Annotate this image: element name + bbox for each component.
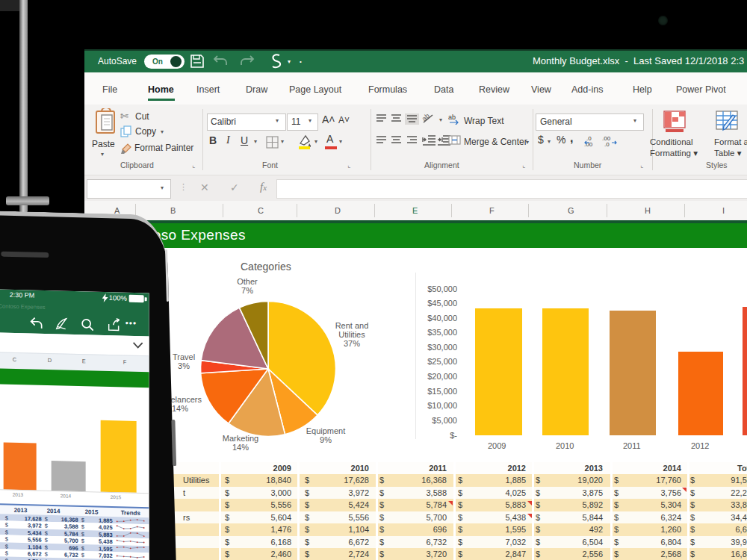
svg-text:.0: .0	[604, 141, 610, 147]
svg-text:ab: ab	[448, 113, 456, 121]
svg-text:ab: ab	[422, 112, 431, 122]
